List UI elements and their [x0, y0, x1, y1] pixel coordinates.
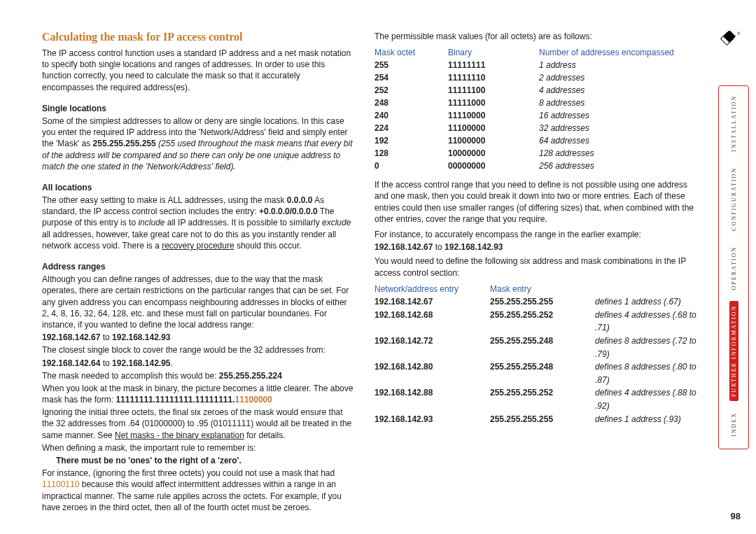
- recovery-link[interactable]: recovery procedure: [162, 241, 234, 251]
- page-content: Calculating the mask for IP access contr…: [42, 31, 714, 514]
- ranges-p3: The mask needed to accomplish this would…: [42, 370, 354, 381]
- entry-table-row: 192.168.142.67255.255.255.255defines 1 a…: [374, 295, 696, 309]
- all-heading: All locations: [42, 182, 354, 193]
- entry-table-row: 192.168.142.72255.255.255.248defines 8 a…: [374, 335, 696, 360]
- entry-table-row: 192.168.142.88255.255.255.252defines 4 a…: [374, 386, 696, 412]
- mask-table-row: 252111111004 addresses: [374, 84, 696, 97]
- ranges-p6: When defining a mask, the important rule…: [42, 442, 354, 454]
- sidebar-further-information[interactable]: FURTHER INFORMATION: [729, 301, 738, 401]
- range-example-2: 192.168.142.64 to 192.168.142.95.: [42, 358, 354, 369]
- single-heading: Single locations: [42, 103, 354, 114]
- mask-table-header: Mask octet Binary Number of addresses en…: [374, 46, 696, 59]
- combine-p1: If the access control range that you nee…: [374, 179, 696, 225]
- mask-table-row: 000000000256 addresses: [374, 160, 696, 172]
- mask-table-row: 254111111102 addresses: [374, 71, 696, 84]
- svg-rect-0: [723, 31, 736, 43]
- entry-table-row: 192.168.142.68255.255.255.252defines 4 a…: [374, 309, 696, 335]
- sidebar-nav: INSTALLATION CONFIGURATION OPERATION FUR…: [724, 91, 743, 441]
- ranges-p7: For instance, (ignoring the first three …: [42, 468, 354, 513]
- ranges-heading: Address ranges: [42, 261, 354, 272]
- combine-p2: For instance, to accurately encompass th…: [374, 229, 696, 240]
- mask-rule: There must be no 'ones' to the right of …: [42, 455, 354, 466]
- sidebar-configuration[interactable]: CONFIGURATION: [729, 163, 738, 235]
- mask-table-row: 2241110000032 addresses: [374, 122, 696, 134]
- entry-table-header: Network/address entry Mask entry: [374, 283, 696, 296]
- combine-p3: You would need to define the following s…: [374, 255, 696, 278]
- entry-table-row: 192.168.142.93255.255.255.255defines 1 a…: [374, 413, 696, 426]
- sidebar-installation[interactable]: INSTALLATION: [729, 91, 738, 156]
- page-number: 98: [731, 511, 741, 521]
- ranges-p1: Although you can define ranges of addres…: [42, 274, 354, 330]
- ranges-p5: Ignoring the initial three octets, the f…: [42, 407, 354, 441]
- single-paragraph: Some of the simplest addresses to allow …: [42, 115, 354, 172]
- entry-table-row: 192.168.142.80255.255.255.248defines 8 a…: [374, 360, 696, 386]
- svg-text:®: ®: [737, 31, 741, 36]
- all-paragraph: The other easy setting to make is ALL ad…: [42, 195, 354, 251]
- sidebar-operation[interactable]: OPERATION: [729, 242, 738, 294]
- entry-table: Network/address entry Mask entry 192.168…: [374, 283, 696, 426]
- netmasks-link[interactable]: Net masks - the binary explanation: [115, 430, 244, 440]
- right-column: The permissible mask values (for all oct…: [374, 31, 696, 514]
- ranges-p4: When you look at the mask in binary, the…: [42, 383, 354, 405]
- page-title: Calculating the mask for IP access contr…: [42, 31, 354, 43]
- range-example-1: 192.168.142.67 to 192.168.142.93: [42, 332, 354, 343]
- mask-table-row: 1921100000064 addresses: [374, 134, 696, 147]
- intro-paragraph: The IP access control function uses a st…: [42, 48, 354, 93]
- combine-range: 192.168.142.67 to 192.168.142.93: [374, 241, 696, 253]
- ranges-p2: The closest single block to cover the ra…: [42, 344, 354, 356]
- sidebar-index[interactable]: INDEX: [729, 408, 738, 441]
- mask-table-row: 248111110008 addresses: [374, 97, 696, 109]
- mask-table-row: 2401111000016 addresses: [374, 109, 696, 122]
- left-column: Calculating the mask for IP access contr…: [42, 31, 354, 514]
- brand-logo: ®: [718, 31, 741, 53]
- mask-table-row: 255111111111 address: [374, 59, 696, 71]
- mask-table: Mask octet Binary Number of addresses en…: [374, 46, 696, 172]
- mask-table-row: 12810000000128 addresses: [374, 147, 696, 160]
- perm-intro: The permissible mask values (for all oct…: [374, 31, 696, 42]
